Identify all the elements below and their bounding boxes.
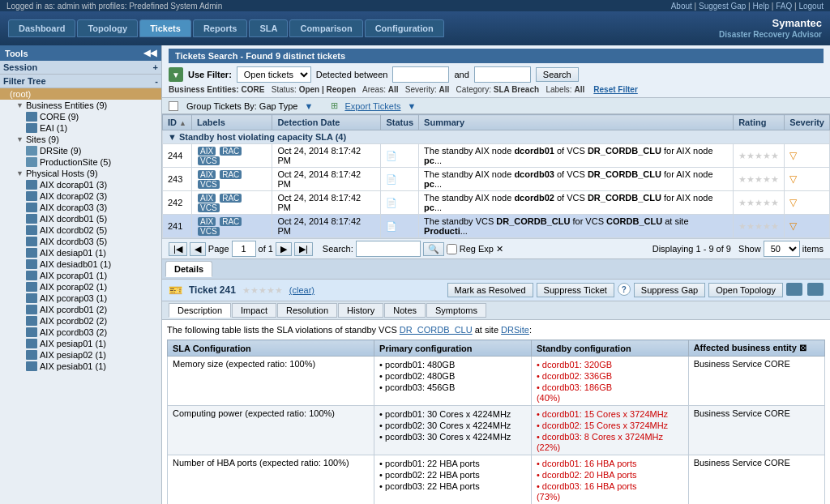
group-by-dropdown-icon[interactable]: ▼ [304, 101, 313, 111]
tree-aix-pcorap01[interactable]: AIX pcorap01 (1) [0, 270, 161, 281]
col-summary[interactable]: Summary [419, 115, 734, 130]
tree-aix-dcordb02[interactable]: AIX dcordb02 (5) [0, 224, 161, 236]
subtab-history[interactable]: History [338, 303, 383, 318]
table-search-input[interactable] [356, 241, 421, 257]
col-status[interactable]: Status [381, 115, 419, 130]
tree-aix-pesiab01[interactable]: AIX pesiab01 (1) [0, 361, 161, 372]
tree-aix-dcordb03[interactable]: AIX dcordb03 (5) [0, 236, 161, 247]
camera-icon[interactable] [786, 283, 802, 296]
help-link[interactable]: Help [753, 2, 770, 11]
col-rating[interactable]: Rating [734, 115, 785, 130]
tree-aix-pcorap03[interactable]: AIX pcorap03 (1) [0, 293, 161, 304]
export-dropdown-icon[interactable]: ▼ [407, 101, 416, 111]
tree-aix-dcorap03[interactable]: AIX dcorap03 (3) [0, 202, 161, 213]
faq-link[interactable]: FAQ [776, 2, 792, 11]
subtab-resolution[interactable]: Resolution [277, 303, 337, 318]
table-search-btn[interactable]: 🔍 [423, 242, 444, 256]
tree-aix-desiadb01[interactable]: AIX desiadb01 (1) [0, 258, 161, 270]
sla-standby-memory: dcordb01: 320GB dcordb02: 336GB dcordb03… [531, 357, 688, 406]
display-info: Displaying 1 - 9 of 9 Show 50 25 100 ite… [652, 241, 824, 257]
tree-productionsite[interactable]: ProductionSite (5) [0, 156, 161, 168]
table-row[interactable]: 242 AIX RAC VCS Oct 24, 2014 8:17:42 PM … [163, 191, 830, 215]
search-button[interactable]: Search [536, 67, 579, 82]
subtab-description[interactable]: Description [169, 303, 231, 318]
col-severity[interactable]: Severity [785, 115, 830, 130]
next-page-btn[interactable]: ▶ [276, 242, 292, 256]
tree-aix-dcordb01[interactable]: AIX dcordb01 (5) [0, 213, 161, 224]
suppress-ticket-btn[interactable]: Suppress Ticket [537, 283, 614, 297]
reg-exp-clear-icon[interactable]: ✕ [496, 244, 503, 254]
tree-aix-pesiap01[interactable]: AIX pesiap01 (1) [0, 338, 161, 349]
tree-aix-pcordb03[interactable]: AIX pcordb03 (2) [0, 327, 161, 338]
suppress-gap-btn[interactable]: Suppress Gap [634, 283, 705, 297]
col-id[interactable]: ID ▲ [163, 115, 192, 130]
tab-topology[interactable]: Topology [77, 19, 138, 37]
tree-eai[interactable]: EAI (1) [0, 122, 161, 134]
tree-aix-pcordb02[interactable]: AIX pcordb02 (2) [0, 315, 161, 327]
filter-select[interactable]: Open tickets [237, 66, 311, 83]
site-link[interactable]: DRSite [501, 325, 529, 335]
ticket-actions: Mark as Resolved Suppress Ticket ? Suppr… [447, 283, 824, 297]
tab-configuration[interactable]: Configuration [365, 19, 444, 37]
tree-aix-dcorap02[interactable]: AIX dcorap02 (3) [0, 190, 161, 202]
prev-page-btn[interactable]: ◀ [190, 242, 206, 256]
tree-physical-hosts[interactable]: ▼ Physical Hosts (9) [0, 168, 161, 179]
tab-tickets[interactable]: Tickets [139, 19, 191, 37]
subtab-symptoms[interactable]: Symptoms [426, 303, 486, 318]
row-severity: ▽ [785, 191, 830, 215]
tree-aix-dcorap01[interactable]: AIX dcorap01 (3) [0, 179, 161, 190]
mail-icon[interactable] [807, 283, 824, 296]
page-input[interactable] [232, 241, 256, 257]
subtab-notes[interactable]: Notes [384, 303, 426, 318]
vcs-link[interactable]: DR_CORDB_CLU [400, 325, 473, 335]
tree-sites[interactable]: ▼ Sites (9) [0, 134, 161, 145]
info-button[interactable]: ? [618, 283, 631, 296]
row-status: 📄 [381, 168, 419, 191]
first-page-btn[interactable]: |◀ [169, 242, 187, 256]
table-row[interactable]: 243 AIX RAC VCS Oct 24, 2014 8:17:42 PM … [163, 168, 830, 191]
label-vcs: VCS [198, 227, 220, 236]
subtab-impact[interactable]: Impact [232, 303, 276, 318]
tab-comparison[interactable]: Comparison [289, 19, 362, 37]
expand-section-icon[interactable]: ▼ [168, 132, 177, 142]
tree-aix-pesiap02[interactable]: AIX pesiap02 (1) [0, 349, 161, 361]
tree-aix-pcorap02[interactable]: AIX pcorap02 (1) [0, 281, 161, 293]
about-link[interactable]: About [671, 2, 692, 11]
last-page-btn[interactable]: ▶| [294, 242, 313, 256]
sla-config-hba: Number of HBA ports (expected ratio: 100… [168, 455, 374, 505]
search-panel: Tickets Search - Found 9 distinct ticket… [162, 45, 830, 98]
group-by-label: Group Tickets By: Gap Type [186, 101, 297, 111]
open-topology-btn[interactable]: Open Topology [708, 283, 783, 297]
table-row-selected[interactable]: 241 AIX RAC VCS Oct 24, 2014 8:17:42 PM … [163, 215, 830, 238]
reg-exp-checkbox[interactable] [447, 244, 457, 254]
tab-details[interactable]: Details [165, 261, 212, 277]
logout-link[interactable]: Logout [798, 2, 824, 11]
sidebar-filter-section[interactable]: Filter Tree - [0, 75, 161, 88]
sidebar-session-section[interactable]: Session + [0, 61, 161, 75]
filter-line: Business Entities: CORE Status: Open | R… [169, 85, 824, 94]
date-to-input[interactable] [474, 66, 531, 83]
row-id: 242 [163, 191, 192, 215]
suggest-gap-link[interactable]: Suggest Gap [699, 2, 746, 11]
export-tickets-link[interactable]: Export Tickets [344, 101, 400, 111]
table-row[interactable]: 244 AIX RAC VCS Oct 24, 2014 8:17:42 PM … [163, 144, 830, 168]
group-checkbox[interactable] [169, 101, 178, 111]
tree-business-entities[interactable]: ▼ Business Entities (9) [0, 100, 161, 111]
tree-drsite[interactable]: DRSite (9) [0, 145, 161, 156]
reset-filter-link[interactable]: Reset Filter [593, 85, 637, 94]
tab-sla[interactable]: SLA [249, 19, 288, 37]
tree-core[interactable]: CORE (9) [0, 111, 161, 122]
sidebar-collapse-icon[interactable]: ◀◀ [143, 48, 156, 58]
tab-reports[interactable]: Reports [193, 19, 248, 37]
col-labels[interactable]: Labels [191, 115, 272, 130]
mark-resolved-btn[interactable]: Mark as Resolved [447, 283, 533, 297]
col-detection-date[interactable]: Detection Date [272, 115, 381, 130]
tree-aix-pcordb01[interactable]: AIX pcordb01 (2) [0, 304, 161, 315]
tab-dashboard[interactable]: Dashboard [8, 19, 75, 37]
date-from-input[interactable] [392, 66, 449, 83]
clear-rating-link[interactable]: (clear) [289, 285, 314, 295]
tree-aix-desiap01[interactable]: AIX desiap01 (1) [0, 247, 161, 258]
show-count-select[interactable]: 50 25 100 [764, 241, 800, 257]
sort-icon[interactable]: ⊠ [799, 343, 806, 352]
tree-root[interactable]: (root) [0, 88, 161, 100]
